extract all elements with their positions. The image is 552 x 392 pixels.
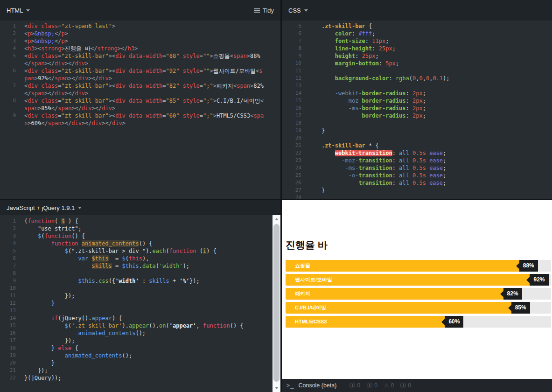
code-line[interactable]: 28 <box>282 194 552 199</box>
code-line[interactable]: 9 $this.css({'width' : skills + '%'}); <box>0 277 280 285</box>
code-line-text: -moz-transition: all 0.5s ease; <box>301 157 446 164</box>
line-number: 7 <box>0 82 16 90</box>
code-line[interactable]: 11 <box>282 67 552 75</box>
code-line[interactable]: 14 if(jQuery().appear) { <box>0 315 280 322</box>
code-line[interactable]: 20 <box>282 134 552 142</box>
code-line[interactable]: 18 } else { <box>0 344 280 352</box>
code-line[interactable]: 17 }); <box>0 337 280 344</box>
panel-divider-vertical[interactable] <box>280 0 282 392</box>
line-number: 15 <box>282 97 301 105</box>
panel-divider-horizontal-right[interactable] <box>282 199 552 200</box>
code-line[interactable]: 8<div class="zt-skill-bar"><div data-wid… <box>0 97 280 105</box>
code-line[interactable]: 6<div class="zt-skill-bar"><div data-wid… <box>0 67 280 75</box>
code-line[interactable]: 4<h3><strong>진행율 바</strong></h3> <box>0 45 280 52</box>
code-line[interactable]: 4 function animated_contents() { <box>0 240 280 247</box>
code-line[interactable]: 10 margin-bottom: 5px; <box>282 60 552 67</box>
code-line[interactable]: span>85%</span></div></div> <box>0 105 280 112</box>
css-panel-menu[interactable]: CSS <box>288 7 308 14</box>
code-line[interactable]: 6 var $this = $(this), <box>0 255 280 262</box>
code-line[interactable]: 25 -o-transition: all 0.5s ease; <box>282 172 552 179</box>
code-line[interactable]: 8 <box>0 270 280 277</box>
line-number: 15 <box>0 322 16 329</box>
line-number: 21 <box>0 367 16 374</box>
code-line[interactable]: 16 animated_contents(); <box>0 329 280 337</box>
dropdown-arrow-icon <box>304 9 308 12</box>
skill-bar-label: 패키지 <box>286 288 310 300</box>
code-line[interactable]: 11 }); <box>0 292 280 300</box>
code-line[interactable]: 22}(jQuery)); <box>0 374 280 382</box>
code-line[interactable]: 20 } <box>0 359 280 367</box>
code-line[interactable]: 18 <box>282 119 552 127</box>
code-line[interactable]: 15 -moz-border-radius: 2px; <box>282 97 552 105</box>
code-line[interactable]: 2<p>&nbsp;</p> <box>0 30 280 37</box>
js-panel-menu[interactable]: JavaScript + jQuery 1.9.1 <box>7 204 82 211</box>
code-line[interactable]: 17 border-radius: 2px; <box>282 112 552 119</box>
code-line[interactable]: 12 } <box>0 300 280 307</box>
code-line[interactable]: 5 .zt-skill-bar { <box>282 22 552 30</box>
code-line[interactable]: 9 height: 25px; <box>282 52 552 60</box>
line-number: 8 <box>0 97 16 105</box>
code-line[interactable]: 2 "use strict"; <box>0 225 280 232</box>
line-number: 5 <box>0 52 16 60</box>
code-line[interactable]: 13 <box>0 307 280 315</box>
code-line[interactable]: 14 -webkit-border-radius: 2px; <box>282 90 552 97</box>
code-line[interactable]: 21 .zt-skill-bar * { <box>282 142 552 149</box>
css-code-editor[interactable]: 5 .zt-skill-bar {6 color: #fff;7 font-si… <box>282 21 552 199</box>
code-line[interactable]: </span></div></div> <box>0 90 280 97</box>
line-number: 6 <box>282 30 301 37</box>
code-line[interactable]: 21 }); <box>0 367 280 374</box>
skill-bar-track: C.I/B.I/네이밍85% <box>286 302 551 314</box>
html-panel-menu[interactable]: HTML <box>7 7 30 14</box>
skill-bar-fill: 웹사이트/모바일92% <box>286 274 530 286</box>
line-number: 17 <box>0 337 16 344</box>
html-code-editor[interactable]: 1<div class="zt-span6 last">2<p>&nbsp;</… <box>0 21 280 199</box>
code-line-text: .zt-skill-bar { <box>301 22 372 30</box>
code-line[interactable]: 7 skills = $this.data('width'); <box>0 262 280 270</box>
code-line[interactable]: 10 <box>0 285 280 292</box>
code-line[interactable]: 7<div class="zt-skill-bar"><div data-wid… <box>0 82 280 90</box>
scroll-up-arrow-icon <box>275 218 279 220</box>
code-line[interactable]: 1(function( $ ) { <box>0 217 280 225</box>
code-line-text: pan>92%</span></div></div> <box>16 75 112 82</box>
code-line[interactable]: 5 $(".zt-skill-bar > div ").each(functio… <box>0 247 280 255</box>
code-line[interactable]: pan>92%</span></div></div> <box>0 75 280 82</box>
code-line[interactable]: 13 <box>282 82 552 90</box>
code-line[interactable]: 24 -ms-transition: all 0.5s ease; <box>282 164 552 172</box>
code-line[interactable]: 23 -moz-transition: all 0.5s ease; <box>282 157 552 164</box>
console-label[interactable]: Console (beta) <box>298 382 336 389</box>
code-line[interactable]: 16 -ms-border-radius: 2px; <box>282 105 552 112</box>
code-line[interactable]: 3<p>&nbsp;</p> <box>0 37 280 45</box>
code-line[interactable]: 8 line-height: 25px; <box>282 45 552 52</box>
tidy-button[interactable]: Tidy <box>254 7 274 14</box>
code-line-text: $(function() { <box>16 232 85 240</box>
code-line[interactable]: 19 animated_contents(); <box>0 352 280 359</box>
code-line-text: <p>&nbsp;</p> <box>16 37 68 45</box>
code-line[interactable]: 6 color: #fff; <box>282 30 552 37</box>
js-code-editor[interactable]: 1(function( $ ) {2 "use strict";3 $(func… <box>0 215 280 392</box>
scrollbar-thumb[interactable] <box>273 224 279 382</box>
line-number: 23 <box>282 157 301 164</box>
js-panel-header: JavaScript + jQuery 1.9.1 <box>0 200 280 215</box>
dropdown-arrow-icon <box>78 207 82 209</box>
code-line[interactable]: 15 $('.zt-skill-bar').appear().on('appea… <box>0 322 280 329</box>
scroll-down-button[interactable] <box>273 384 280 392</box>
code-line[interactable]: 7 font-size: 11px; <box>282 37 552 45</box>
code-line[interactable]: 1<div class="zt-span6 last"> <box>0 22 280 30</box>
code-line[interactable]: 22 webkit-transition: all 0.5s ease; <box>282 149 552 157</box>
code-line[interactable]: n>60%</span></div></div></div> <box>0 119 280 127</box>
code-line[interactable]: </span></div></div> <box>0 60 280 67</box>
html-panel-header: HTML Tidy <box>0 0 280 21</box>
code-line[interactable]: 9<div class="zt-skill-bar"><div data-wid… <box>0 112 280 119</box>
panel-divider-horizontal-left[interactable] <box>0 199 280 200</box>
code-line-text: color: #fff; <box>301 30 376 37</box>
code-line[interactable]: 12 background-color: rgba(0,0,0,0.1); <box>282 75 552 82</box>
code-line[interactable]: 5<div class="zt-skill-bar"><div data-wid… <box>0 52 280 60</box>
code-line[interactable]: 27 } <box>282 187 552 194</box>
code-line[interactable]: 3 $(function() { <box>0 232 280 240</box>
code-line-text: line-height: 25px; <box>301 45 396 52</box>
scroll-up-button[interactable] <box>273 215 280 223</box>
code-line[interactable]: 26 transition: all 0.5s ease; <box>282 179 552 187</box>
code-line[interactable]: 19 } <box>282 127 552 134</box>
js-scrollbar[interactable] <box>273 215 280 392</box>
code-line-text: }); <box>16 367 48 374</box>
